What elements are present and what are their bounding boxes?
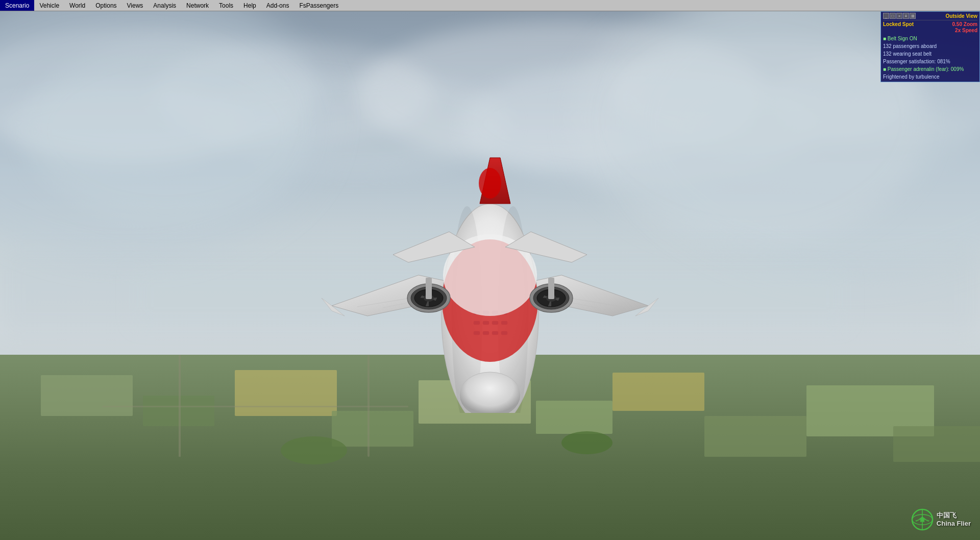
panel-header: _ □ × ≡ ⊞ Outside View (883, 13, 977, 20)
menu-fspassengers[interactable]: FsPassengers (294, 0, 344, 11)
svg-rect-32 (548, 278, 554, 299)
tree-cluster-2 (561, 431, 612, 454)
panel-controls-left: _ □ × ≡ ⊞ (883, 13, 916, 19)
info-row-0: ■ Belt Sign ON (883, 35, 977, 42)
menu-vehicle[interactable]: Vehicle (34, 0, 64, 11)
simulation-viewport: _ □ × ≡ ⊞ Outside View Locked Spot 0.50 … (0, 11, 980, 540)
field-1 (41, 375, 133, 416)
menu-options[interactable]: Options (90, 0, 121, 11)
menu-addons[interactable]: Add-ons (261, 0, 295, 11)
menu-help[interactable]: Help (238, 0, 261, 11)
panel-restore-btn[interactable]: □ (890, 13, 896, 19)
panel-minimize-btn[interactable]: _ (883, 13, 889, 19)
svg-rect-27 (426, 278, 432, 299)
locked-spot-label: Locked Spot (883, 21, 914, 27)
menu-views[interactable]: Views (122, 0, 149, 11)
menu-analysis[interactable]: Analysis (148, 0, 181, 11)
menu-scenario[interactable]: Scenario (0, 0, 34, 11)
tree-cluster-1 (281, 436, 347, 464)
airplane (316, 117, 664, 413)
field-4 (332, 411, 413, 447)
info-row-5: Frightened by turbulence (883, 73, 977, 81)
watermark-text: 中国飞 China Flier (937, 511, 971, 527)
menu-network[interactable]: Network (181, 0, 214, 11)
info-row-1: 132 passengers aboard (883, 42, 977, 50)
watermark: 中国飞 China Flier (911, 508, 971, 531)
zoom-value: 0.50 Zoom (952, 21, 977, 27)
menu-tools[interactable]: Tools (214, 0, 238, 11)
menu-bar: Scenario Vehicle World Options Views Ana… (0, 0, 980, 11)
panel-btn-4[interactable]: ≡ (903, 13, 909, 19)
panel-btn-5[interactable]: ⊞ (910, 13, 916, 19)
field-8 (704, 416, 806, 457)
info-row-4: ■ Passenger adrenalin (fear): 009% (883, 65, 977, 73)
speed-value: 2x Speed (955, 28, 977, 33)
info-row-2: 132 wearing seat belt (883, 50, 977, 58)
info-panel: _ □ × ≡ ⊞ Outside View Locked Spot 0.50 … (880, 11, 980, 82)
watermark-logo-icon (911, 508, 934, 531)
info-row-3: Passenger satisfaction: 081% (883, 58, 977, 65)
menu-world[interactable]: World (64, 0, 90, 11)
panel-title: Outside View (945, 13, 977, 19)
panel-close-btn[interactable]: × (896, 13, 902, 19)
field-10 (893, 426, 980, 462)
svg-point-20 (479, 168, 501, 199)
cloud-large-left-2 (26, 42, 306, 220)
